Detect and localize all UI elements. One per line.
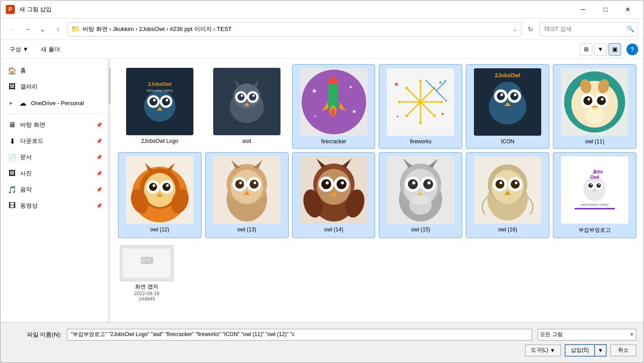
sidebar-item-download[interactable]: ⬇ 다운로드 📌	[0, 133, 108, 149]
insert-label: 삽입(S)	[571, 346, 589, 354]
address-chevron: ⌄	[513, 26, 517, 32]
file-name-owl15: owl (15)	[411, 226, 430, 233]
file-item-capture[interactable]: ⌨ 화면 캡처 2022-09-18 144949	[118, 242, 175, 305]
cancel-button[interactable]: 취소	[610, 345, 636, 356]
sidebar-label-download: 다운로드 📌	[20, 137, 102, 145]
sidebar-label-videos: 동영상 📌	[20, 202, 102, 210]
organize-button[interactable]: 구성 ▼	[6, 43, 32, 56]
file-item-2jobsowl[interactable]: 2JobsOwl Infomation Valley 2JobsOwl Logo	[118, 64, 202, 149]
svg-point-81	[587, 98, 590, 101]
sidebar-label-desktop: 바탕 화면 📌	[20, 121, 102, 129]
sidebar-item-gallery[interactable]: 🖼 갤러리	[0, 79, 108, 95]
tools-label: 도구(L)	[531, 346, 548, 354]
file-item-owl11[interactable]: owl (11)	[553, 64, 636, 149]
back-button[interactable]: ←	[6, 23, 18, 35]
sidebar-item-documents[interactable]: 📄 문서 📌	[0, 149, 108, 165]
recent-button[interactable]: ⌄	[36, 23, 49, 35]
address-bar: ← → ⌄ ↑ 📁 바탕 화면 › Jkukkim › 2JobsOwl › #…	[0, 18, 644, 40]
svg-text:★: ★	[394, 80, 399, 88]
file-area: 2JobsOwl Infomation Valley 2JobsOwl Logo	[111, 59, 644, 322]
svg-text:✦: ✦	[314, 115, 317, 119]
sidebar-divider	[8, 114, 101, 114]
sidebar-item-music[interactable]: 🎵 음악 📌	[0, 182, 108, 198]
refresh-button[interactable]: ↻	[524, 23, 537, 35]
svg-text:Owl: Owl	[590, 174, 599, 180]
insert-button[interactable]: 삽입(S)	[565, 345, 595, 356]
search-input[interactable]	[543, 26, 625, 32]
file-item-fireworks[interactable]: ★ ★ ★ ★ fireworks	[379, 64, 462, 149]
photos-icon: 🖼	[8, 169, 17, 177]
svg-point-139	[428, 182, 431, 185]
minimize-button[interactable]: ─	[573, 3, 593, 16]
svg-point-94	[162, 183, 171, 191]
file-item-icon[interactable]: 2JobsOwl ICON	[466, 64, 549, 149]
view-grid-button[interactable]: ⊞	[580, 43, 592, 56]
forward-button[interactable]: →	[21, 23, 34, 35]
tools-chevron: ▼	[550, 347, 555, 354]
search-icon: 🔍	[627, 26, 634, 32]
file-item-owl13[interactable]: owl (13)	[205, 152, 289, 238]
close-button[interactable]: ✕	[618, 3, 638, 16]
svg-point-19	[249, 93, 256, 101]
new-folder-button[interactable]: 새 폴더	[37, 43, 64, 56]
view-pane-button[interactable]: ▣	[609, 43, 621, 56]
svg-point-50	[405, 115, 408, 117]
sidebar-item-home[interactable]: 🏠 홈	[0, 62, 108, 79]
file-name-owl14: owl (14)	[324, 226, 343, 233]
svg-text:⌨: ⌨	[140, 256, 153, 266]
onedrive-icon: ☁	[18, 99, 27, 107]
svg-point-46	[440, 101, 443, 103]
sidebar-item-onedrive[interactable]: ► ☁ OneDrive - Personal	[0, 95, 108, 111]
filetype-select[interactable]: 모든 그림 ▼	[538, 329, 636, 341]
file-thumb-owl16	[474, 156, 541, 224]
svg-point-6	[153, 99, 156, 102]
videos-icon: 🎞	[8, 202, 17, 210]
filename-input[interactable]	[67, 329, 532, 341]
file-item-bujab[interactable]: 2 Jobs Owl information valley 부잡부엉로고	[553, 152, 636, 238]
main-content: 🏠 홈 🖼 갤러리 ► ☁ OneDrive - Personal 🖥 바탕 화…	[0, 59, 644, 322]
file-item-owl12[interactable]: owl (12)	[118, 152, 202, 238]
svg-rect-24	[328, 84, 338, 109]
file-item-owl16[interactable]: owl (16)	[466, 152, 549, 238]
file-thumb-bujab: 2 Jobs Owl information valley	[561, 156, 628, 224]
svg-point-150	[499, 182, 502, 184]
file-item-owl15[interactable]: owl (15)	[379, 152, 462, 238]
svg-point-151	[515, 182, 517, 184]
up-button[interactable]: ↑	[52, 23, 64, 35]
music-icon: 🎵	[8, 186, 17, 194]
search-box[interactable]: 🔍	[539, 22, 638, 36]
svg-point-84	[585, 107, 605, 124]
file-item-owl14[interactable]: owl (14)	[292, 152, 376, 238]
sidebar-item-desktop[interactable]: 🖥 바탕 화면 📌	[0, 117, 108, 133]
view-controls: ⊞ ▼ ▣	[580, 43, 621, 56]
bottom-bar: 파일 이름(N): 모든 그림 ▼ 도구(L) ▼ 삽입(S) ▼ 취소	[0, 322, 644, 363]
svg-point-80	[597, 96, 606, 105]
insert-dropdown-button[interactable]: ▼	[595, 345, 606, 356]
view-dropdown-button[interactable]: ▼	[594, 43, 607, 56]
svg-point-149	[511, 180, 520, 189]
file-thumb-owl11	[561, 68, 628, 136]
address-field[interactable]: 📁 바탕 화면 › Jkukkim › 2JobsOwl › #236 ppt …	[67, 22, 521, 36]
sidebar: 🏠 홈 🖼 갤러리 ► ☁ OneDrive - Personal 🖥 바탕 화…	[0, 59, 108, 322]
svg-point-137	[423, 179, 433, 189]
maximize-button[interactable]: □	[595, 3, 616, 16]
svg-point-121	[321, 179, 331, 189]
sidebar-item-videos[interactable]: 🎞 동영상 📌	[0, 198, 108, 214]
filename-label: 파일 이름(N):	[8, 331, 61, 339]
svg-point-67	[510, 92, 518, 100]
svg-point-5	[162, 97, 170, 106]
filetype-label: 모든 그림	[540, 331, 563, 338]
svg-text:★: ★	[441, 111, 445, 116]
file-item-firecracker[interactable]: ★ ★ ✦ ★ firecracker	[292, 64, 376, 149]
sidebar-label-onedrive: OneDrive - Personal	[31, 100, 84, 106]
address-path: 바탕 화면 › Jkukkim › 2JobsOwl › #236 ppt 이미…	[83, 25, 232, 33]
svg-text:information valley: information valley	[581, 203, 609, 207]
svg-point-48	[433, 115, 436, 117]
tools-button[interactable]: 도구(L) ▼	[525, 345, 561, 356]
file-name-2jobsowl: 2JobsOwl Logo	[141, 138, 179, 144]
file-thumb-owl13	[213, 156, 280, 224]
sidebar-item-photos[interactable]: 🖼 사진 📌	[0, 165, 108, 182]
dialog-title: 새 그림 삽입	[19, 5, 573, 13]
help-button[interactable]: ?	[626, 44, 638, 55]
file-item-asd[interactable]: asd	[205, 64, 289, 149]
